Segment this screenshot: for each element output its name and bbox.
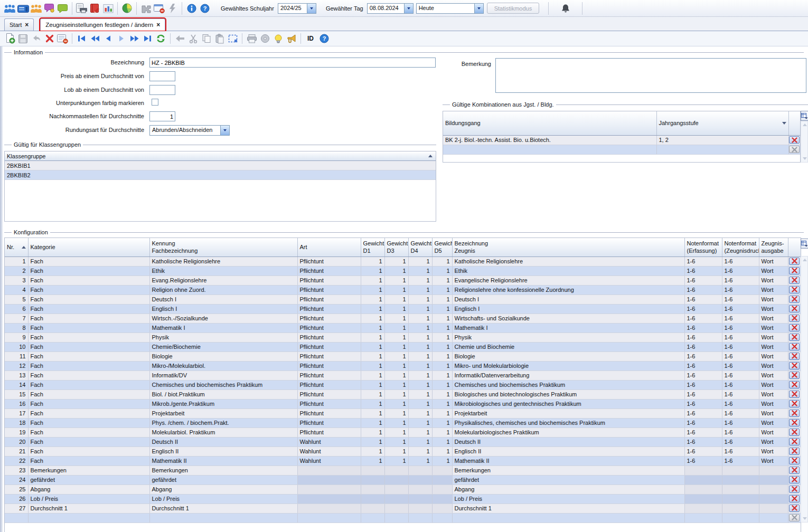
teachers-icon[interactable] (30, 2, 43, 15)
header-nr[interactable]: Nr. (5, 238, 28, 256)
close-tab-icon[interactable]: × (156, 21, 160, 28)
pie-chart-icon[interactable] (120, 2, 134, 15)
kombination-empty-row[interactable] (443, 145, 800, 154)
school-icon[interactable] (16, 2, 30, 15)
kombination-row[interactable]: BK 2-j. Biol.-techn. Assist. Bio. u.Biot… (443, 135, 800, 145)
scroll-up-icon[interactable] (803, 124, 807, 126)
delete-row-button[interactable] (789, 267, 800, 274)
header-gewicht-d4[interactable]: Gewicht D4 (408, 238, 432, 256)
rundungsart-combo[interactable]: Abrunden/Abschneiden (149, 125, 230, 136)
konfiguration-row[interactable]: 12FachMikro-/Molekularbiol.Pflichtunt111… (5, 361, 801, 370)
konfiguration-row[interactable]: 17FachProjektarbeitPflichtunt1111Projekt… (5, 408, 801, 418)
refresh-icon[interactable] (154, 32, 167, 45)
chat-green-icon[interactable] (56, 2, 69, 15)
delete-row-button[interactable] (789, 372, 800, 379)
lob-input[interactable] (149, 85, 175, 95)
delete-row-button[interactable] (789, 476, 800, 483)
konfiguration-row[interactable]: 5FachDeutsch IPflichtunt1111Deutsch I1-6… (5, 294, 801, 304)
bell-icon[interactable] (559, 2, 572, 15)
school-year-combo[interactable]: 2024/25 (278, 3, 316, 14)
delete-row-button[interactable] (789, 353, 800, 360)
scroll-down-icon[interactable] (803, 157, 807, 160)
column-chooser-button[interactable] (801, 111, 808, 121)
delete-row-button[interactable] (789, 419, 800, 426)
nav-fast-forward-icon[interactable] (128, 32, 141, 45)
modules-icon[interactable] (139, 2, 153, 15)
header-jahrgangsstufe[interactable]: Jahrgangsstufe (656, 111, 788, 135)
konfiguration-row[interactable]: 25AbgangAbgangAbgang (5, 484, 801, 494)
delete-row-button[interactable] (789, 381, 800, 388)
delete-row-button[interactable] (789, 495, 800, 502)
chevron-down-icon[interactable] (474, 4, 483, 13)
konfiguration-row[interactable]: 21FachEnglisch IIWahlunt1111Englisch II1… (5, 446, 801, 456)
help-icon[interactable]: ? (198, 2, 211, 15)
klassengruppe-row[interactable]: 2BKBIB1 (5, 161, 436, 170)
delete-row-button[interactable] (789, 400, 800, 407)
lightbulb-icon[interactable] (271, 32, 285, 45)
nav-forward-icon[interactable] (115, 32, 128, 45)
konfiguration-scrollbar[interactable] (801, 256, 808, 522)
bar-chart-icon[interactable] (101, 2, 115, 15)
unterpunktungen-checkbox[interactable] (152, 99, 158, 106)
header-bildungsgang[interactable]: Bildungsgang (443, 111, 656, 135)
klassengruppe-row[interactable]: 2BKBIB2 (5, 170, 436, 180)
form-remove-icon[interactable] (56, 32, 69, 45)
students-icon[interactable] (3, 2, 16, 15)
delete-row-button[interactable] (789, 457, 800, 464)
red-book-icon[interactable] (88, 2, 101, 15)
delete-row-button[interactable] (789, 486, 800, 493)
nachkommastellen-input[interactable] (149, 111, 175, 121)
day-combo[interactable]: 08.08.2024 (367, 3, 414, 14)
nav-fast-back-icon[interactable] (88, 32, 101, 45)
header-gewicht-d3[interactable]: Gewicht D3 (384, 238, 408, 256)
delete-row-button[interactable] (789, 296, 800, 303)
lightning-icon[interactable] (166, 2, 179, 15)
chevron-down-icon[interactable] (220, 126, 229, 135)
nav-back-icon[interactable] (101, 32, 115, 45)
filter-dropdown-icon[interactable] (782, 122, 786, 125)
nav-last-icon[interactable] (141, 32, 154, 45)
konfiguration-row[interactable]: 20FachDeutsch IIWahlunt1111Deutsch II1-6… (5, 437, 801, 446)
header-zeugnisausgabe[interactable]: Zeugnis- ausgabe (759, 238, 788, 256)
konfiguration-row[interactable]: 23BemerkungenBemerkungenBemerkungen (5, 466, 801, 475)
delete-row-button[interactable] (789, 286, 800, 293)
konfiguration-row[interactable]: 4FachReligion ohne Zuord.Pflichtunt1111R… (5, 285, 801, 294)
konfiguration-row[interactable]: 14FachChemisches und biochemisches Prakt… (5, 380, 801, 390)
chevron-down-icon[interactable] (404, 4, 413, 13)
delete-row-button[interactable] (789, 324, 800, 331)
header-kennung[interactable]: Kennung Fachbezeichnung (149, 238, 297, 256)
horn-icon[interactable] (285, 32, 298, 45)
select-area-icon[interactable] (226, 32, 239, 45)
header-notenformat-zeugnisdruck[interactable]: Notenformat (Zeugnisdruck) (722, 238, 759, 256)
delete-row-button[interactable] (789, 505, 800, 512)
scroll-up-icon[interactable] (803, 259, 807, 261)
konfiguration-row[interactable]: 27Durchschnitt 1Durchschnitt 1Durchschni… (5, 504, 801, 513)
konfiguration-row[interactable]: 19FachMolekularbiol. PraktikumPflichtunt… (5, 428, 801, 437)
delete-row-button[interactable] (789, 391, 800, 398)
delete-row-button[interactable] (789, 334, 800, 341)
header-gewicht-d5[interactable]: Gewicht D5 (432, 238, 452, 256)
header-art[interactable]: Art (297, 238, 361, 256)
window-remove-icon[interactable] (153, 2, 166, 15)
delete-row-button[interactable] (789, 438, 800, 445)
konfiguration-row[interactable]: 11FachBiologiePflichtunt1111Biologie1-61… (5, 352, 801, 361)
tab-zeugniseinstellungen[interactable]: Zeugniseinstellungen festlegen / ändern … (40, 18, 165, 31)
delete-row-button[interactable] (789, 410, 800, 417)
header-kategorie[interactable]: Kategorie (28, 238, 149, 256)
report-printer-icon[interactable] (75, 2, 88, 15)
delete-row-button[interactable] (789, 277, 800, 284)
konfiguration-row[interactable]: 8FachMathematik IPflichtunt1111Mathemati… (5, 323, 801, 332)
column-chooser-button[interactable] (801, 239, 808, 249)
konfiguration-row[interactable]: 26Lob / PreisLob / PreisLob / Preis (5, 494, 801, 504)
konfiguration-row[interactable]: 18FachPhys. /chem. / biochem.Prakt.Pflic… (5, 418, 801, 428)
delete-row-button[interactable] (789, 362, 800, 369)
konfiguration-row[interactable]: 13FachInformatik/DVPflichtunt1111Informa… (5, 370, 801, 380)
delete-row-button[interactable] (789, 258, 800, 265)
delete-icon[interactable] (43, 32, 56, 45)
chevron-down-icon[interactable] (307, 4, 316, 13)
info-icon[interactable] (185, 2, 198, 15)
delete-row-button[interactable] (789, 136, 800, 144)
day-mode-combo[interactable]: Heute (416, 3, 484, 14)
delete-row-button[interactable] (789, 448, 800, 455)
konfiguration-row[interactable]: 2FachEthikPflichtunt1111Ethik1-61-6Wort (5, 266, 801, 276)
